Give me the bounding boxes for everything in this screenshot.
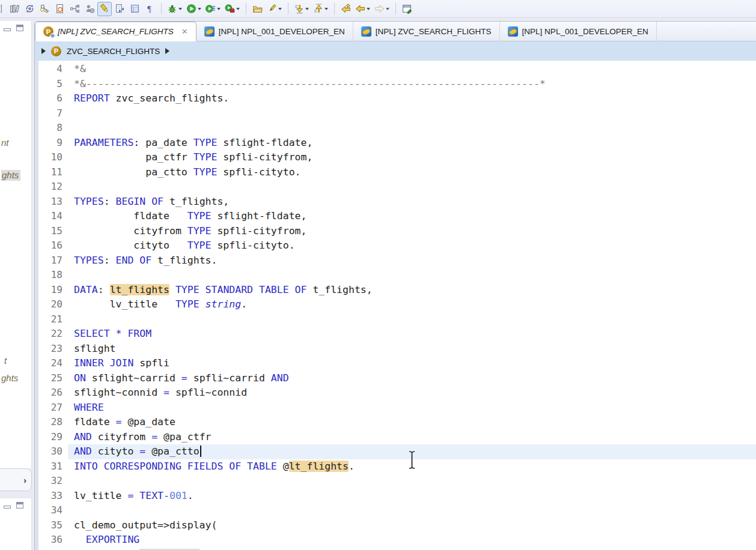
code-line: 11 pa_ctto TYPE spfli-cityto.: [38, 165, 756, 180]
table-view-button[interactable]: [127, 2, 142, 16]
code-lines: 4*&5*&----------------------------------…: [38, 61, 756, 550]
code-line-text[interactable]: data = lt_flights " Entire Dat: [68, 548, 756, 550]
code-line-text[interactable]: ON sflight~carrid = spfli~carrid AND: [68, 371, 756, 386]
library-button[interactable]: [7, 2, 22, 16]
minimize-view-icon[interactable]: [4, 28, 11, 31]
code-line-text[interactable]: *&--------------------------------------…: [68, 77, 756, 92]
collapsed-view-bar[interactable]: ›: [0, 468, 32, 491]
code-line-text[interactable]: INNER JOIN spfli: [68, 356, 756, 371]
line-number: 27: [38, 400, 68, 416]
code-line-text[interactable]: [68, 474, 756, 489]
code-line-text[interactable]: [68, 180, 756, 195]
run-button[interactable]: [184, 2, 203, 16]
line-number: 29: [38, 430, 68, 445]
chevron-down-icon[interactable]: [178, 8, 182, 10]
code-line-text[interactable]: PARAMETERS: pa_date TYPE sflight-fldate,: [68, 136, 756, 151]
code-line-text[interactable]: pa_ctto TYPE spfli-cityto.: [68, 165, 756, 180]
sync-button[interactable]: [22, 2, 37, 16]
tab-zvc-search-flights[interactable]: P [NPL] ZVC_SEARCH_FLIGHTS ✕: [35, 22, 197, 41]
code-line-text[interactable]: [68, 106, 756, 121]
code-line-text[interactable]: [68, 268, 756, 283]
new-wizard-button[interactable]: [0, 2, 7, 16]
line-number: 5: [38, 77, 68, 92]
tab-sapgui-zvc-search-flights[interactable]: [NPL] ZVC_SEARCH_FLIGHTS: [353, 22, 500, 41]
code-line: 28fldate = @pa_date: [38, 415, 756, 430]
share-button[interactable]: [67, 2, 82, 16]
back-button[interactable]: [353, 2, 372, 16]
code-line-text[interactable]: cityto TYPE spfli-cityto.: [68, 238, 756, 253]
chevron-down-icon[interactable]: [325, 8, 328, 10]
code-line-text[interactable]: sflight~connid = spfli~connid: [68, 385, 756, 400]
chevron-down-icon[interactable]: [217, 8, 221, 10]
code-line-text[interactable]: cl_demo_output=>display(: [68, 518, 756, 533]
code-line-text[interactable]: lv_title = TEXT-001.: [68, 489, 756, 504]
code-line: 36 EXPORTING: [38, 533, 756, 548]
code-line-text[interactable]: AND cityto = @pa_ctto: [68, 444, 756, 459]
debug-button[interactable]: [165, 2, 184, 16]
debug-attach-icon: [85, 4, 95, 14]
code-line-text[interactable]: [68, 312, 756, 327]
line-number: 8: [38, 121, 68, 136]
source-editor[interactable]: 4*&5*&----------------------------------…: [35, 61, 756, 550]
code-line-text[interactable]: fldate TYPE sflight-fldate,: [68, 209, 756, 224]
code-line-text[interactable]: sflight: [68, 342, 756, 357]
adt-workbench: { "colors": { "keyword": "#2b2bc4", "com…: [0, 0, 756, 550]
profile-button[interactable]: [223, 2, 242, 16]
chevron-down-icon[interactable]: [198, 8, 201, 10]
code-line-text[interactable]: TYPES: BEGIN OF t_flights,: [68, 195, 756, 210]
chevron-down-icon[interactable]: [386, 8, 389, 10]
code-line-text[interactable]: WHERE: [68, 400, 756, 416]
code-line-text[interactable]: TYPES: END OF t_flights.: [68, 253, 756, 268]
expand-chevron-icon[interactable]: ›: [23, 476, 26, 485]
debug-attach-button[interactable]: [82, 2, 97, 16]
tab-sapgui-npl-001-developer[interactable]: [NPL] NPL_001_DEVELOPER_EN: [197, 22, 353, 41]
code-line-text[interactable]: [68, 121, 756, 136]
chevron-down-icon[interactable]: [305, 8, 309, 10]
code-line: 23sflight: [38, 342, 756, 357]
code-line-text[interactable]: INTO CORRESPONDING FIELDS OF TABLE @lt_f…: [68, 459, 756, 474]
refresh-object-button[interactable]: [52, 2, 67, 16]
last-edit-location-button[interactable]: [338, 2, 353, 16]
chevron-down-icon[interactable]: [367, 8, 370, 10]
chevron-down-icon[interactable]: [278, 8, 282, 10]
code-line-text[interactable]: REPORT zvc_search_flights.: [68, 91, 756, 106]
code-line: 12: [38, 180, 756, 195]
breadcrumb-object-name[interactable]: ZVC_SEARCH_FLIGHTS: [67, 47, 160, 56]
open-sapgui-button[interactable]: [400, 2, 414, 16]
breadcrumb-expand-icon[interactable]: [41, 48, 46, 54]
highlight-button[interactable]: [97, 2, 112, 16]
annotation-ruler[interactable]: [35, 61, 38, 550]
keys-button[interactable]: [37, 2, 52, 16]
code-line-text[interactable]: lv_title TYPE string.: [68, 297, 756, 312]
show-whitespace-button[interactable]: ¶: [142, 2, 157, 16]
previous-annotation-button[interactable]: [311, 2, 330, 16]
next-annotation-button[interactable]: [292, 2, 311, 16]
code-line-text[interactable]: AND cityfrom = @pa_ctfr: [68, 430, 756, 445]
code-line-text[interactable]: DATA: lt_flights TYPE STANDARD TABLE OF …: [68, 283, 756, 298]
line-number: 26: [38, 385, 68, 400]
code-line-text[interactable]: cityfrom TYPE spfli-cityfrom,: [68, 224, 756, 239]
run-as-button[interactable]: [204, 2, 222, 16]
search-marker-button[interactable]: [265, 2, 284, 16]
link-with-editor-button[interactable]: [112, 2, 127, 16]
maximize-view-icon[interactable]: [16, 25, 23, 31]
forward-button[interactable]: [373, 2, 391, 16]
code-line-text[interactable]: [68, 503, 756, 518]
main-toolbar: ¶: [0, 0, 756, 18]
chevron-down-icon[interactable]: [236, 8, 240, 10]
tab-sapgui-npl-001-developer-2[interactable]: [NPL] NPL_001_DEVELOPER_EN: [500, 22, 657, 41]
code-line: 17TYPES: END OF t_flights.: [38, 253, 756, 268]
open-object-button[interactable]: [250, 2, 264, 16]
breadcrumb-next-icon[interactable]: [165, 48, 169, 54]
code-line-text[interactable]: *&: [68, 62, 756, 77]
code-line-text[interactable]: EXPORTING: [68, 533, 756, 548]
code-line-text[interactable]: fldate = @pa_date: [68, 415, 756, 430]
maximize-view-icon[interactable]: [16, 502, 23, 509]
code-line-text[interactable]: SELECT * FROM: [68, 327, 756, 342]
text-caret: [200, 446, 201, 457]
debug-icon: [167, 4, 177, 14]
minimize-view-icon[interactable]: [4, 506, 11, 509]
code-line: 19DATA: lt_flights TYPE STANDARD TABLE O…: [38, 283, 756, 298]
code-line-text[interactable]: pa_ctfr TYPE spfli-cityfrom,: [68, 150, 756, 165]
close-icon[interactable]: ✕: [181, 28, 188, 35]
